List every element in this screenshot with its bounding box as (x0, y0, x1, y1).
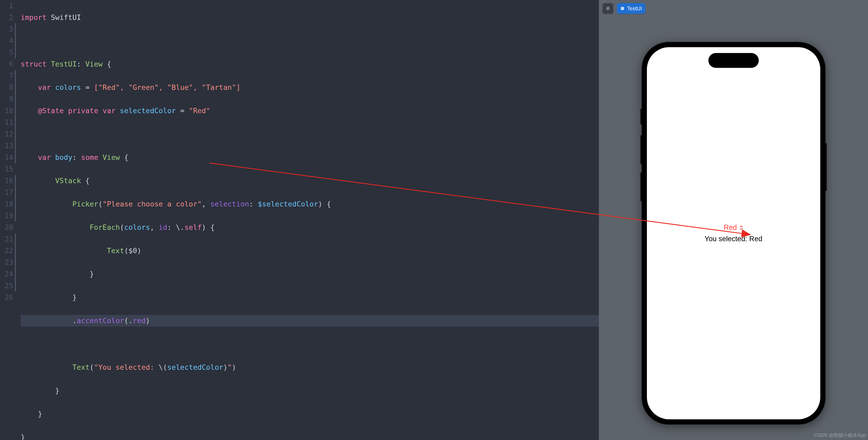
keyword: some (81, 153, 98, 161)
color-picker[interactable]: Red (724, 223, 743, 232)
arg-label: id (159, 223, 167, 231)
type-name: ForEach (90, 223, 120, 231)
keyword: self (185, 223, 202, 231)
property: selectedColor (120, 106, 176, 115)
keyword: var (38, 83, 51, 91)
keyword: var (102, 106, 116, 115)
device-button (825, 143, 827, 191)
device-button (641, 135, 642, 164)
string: "You selected: (94, 363, 159, 371)
keyword: private (68, 106, 98, 115)
method-call: accentColor (76, 316, 124, 325)
device-button (641, 109, 642, 125)
app-icon (620, 6, 625, 11)
type-name: TestUI (51, 60, 77, 68)
attribute: @State (38, 106, 64, 115)
iphone-frame: Red You selected: Red (642, 42, 825, 424)
active-line: .accentColor(.red) (21, 315, 599, 326)
device-screen[interactable]: Red You selected: Red (647, 47, 820, 419)
preview-scheme-selector[interactable]: TestUI (617, 3, 645, 14)
property: colors (55, 83, 81, 91)
module-name: SwiftUI (51, 13, 81, 22)
pin-preview-button[interactable] (602, 3, 613, 14)
watermark: CSDN @熊猫小贱本App (814, 432, 866, 438)
code-area[interactable]: import SwiftUI struct TestUI: View { var… (17, 0, 599, 440)
binding: $selectedColor (258, 200, 318, 208)
type-name: Text (72, 363, 90, 371)
property: body (55, 153, 72, 161)
pin-icon (606, 6, 610, 11)
keyword: struct (21, 60, 46, 68)
canvas-preview: TestUI Red You selected: Red CSDN @熊猫小贱本… (599, 0, 868, 440)
string-array: ["Red", "Green", "Blue", "Tartan"] (94, 83, 241, 91)
device-button (641, 172, 642, 201)
keyword: import (21, 13, 46, 22)
svg-rect-0 (621, 7, 624, 10)
source-editor[interactable]: 12345678910 11121314151617181920 2122232… (0, 0, 599, 440)
protocol: View (85, 60, 102, 68)
enum-case: red (133, 316, 146, 325)
keyword: var (38, 153, 51, 161)
ref: selectedColor (167, 363, 223, 371)
string: "Red" (189, 106, 210, 115)
arg-label: selection (210, 200, 249, 208)
ref: colors (124, 223, 150, 231)
scheme-label: TestUI (627, 6, 642, 12)
preview-toolbar: TestUI (602, 3, 645, 14)
type-name: Picker (72, 200, 98, 208)
line-gutter: 12345678910 11121314151617181920 2122232… (0, 0, 15, 440)
dynamic-island (708, 53, 759, 68)
type-name: VStack (55, 177, 81, 185)
fold-ribbon (15, 0, 17, 440)
selected-text: You selected: Red (705, 235, 762, 243)
string: "Please choose a color" (102, 200, 202, 208)
protocol: View (102, 153, 120, 161)
picker-value: Red (724, 223, 737, 232)
chevron-updown-icon (739, 225, 743, 230)
type-name: Text (107, 247, 124, 255)
xcode-window: 12345678910 11121314151617181920 2122232… (0, 0, 868, 440)
